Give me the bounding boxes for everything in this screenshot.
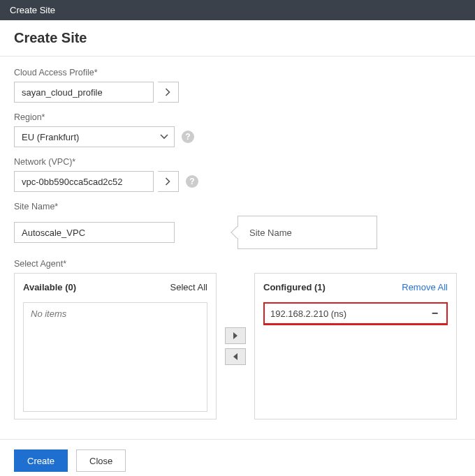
- cloud-profile-field: sayan_cloud_profile: [14, 82, 461, 103]
- no-items-text: No items: [24, 303, 207, 325]
- available-panel: Available (0) Select All No items: [14, 273, 217, 419]
- move-right-button[interactable]: [225, 327, 246, 344]
- site-name-input[interactable]: [14, 222, 175, 243]
- create-button[interactable]: Create: [14, 449, 68, 472]
- region-help-icon[interactable]: ?: [182, 131, 194, 143]
- help-glyph: ?: [185, 132, 190, 142]
- configured-panel: Configured (1) Remove All 192.168.2.210 …: [254, 273, 457, 419]
- network-field: vpc-0bb590cca5cad2c52 ?: [14, 171, 461, 192]
- site-name-label: Site Name*: [14, 202, 461, 211]
- region-label: Region*: [14, 112, 461, 122]
- configured-item[interactable]: 192.168.2.210 (ns) −: [263, 302, 448, 325]
- cloud-profile-input[interactable]: sayan_cloud_profile: [14, 82, 154, 103]
- region-field: EU (Frankfurt) ?: [14, 126, 461, 147]
- network-label: Network (VPC)*: [14, 157, 461, 167]
- remove-all-button[interactable]: Remove All: [402, 282, 448, 292]
- select-agent-label: Select Agent*: [14, 259, 461, 269]
- shuttle-controls: [225, 327, 246, 365]
- select-all-button[interactable]: Select All: [170, 282, 207, 292]
- tooltip-text: Site Name: [249, 228, 292, 238]
- close-button[interactable]: Close: [76, 449, 126, 472]
- cloud-profile-browse-button[interactable]: [158, 82, 179, 103]
- available-title: Available (0): [23, 282, 76, 292]
- page-body: Create Site Cloud Access Profile* sayan_…: [0, 20, 475, 476]
- available-header: Available (0) Select All: [23, 281, 207, 295]
- window-titlebar: Create Site: [0, 0, 475, 20]
- configured-header: Configured (1) Remove All: [263, 281, 448, 295]
- chevron-right-icon: [165, 88, 171, 96]
- divider: [0, 56, 475, 57]
- window-title: Create Site: [10, 5, 55, 15]
- configured-item-label: 192.168.2.210 (ns): [270, 308, 346, 319]
- configured-title: Configured (1): [263, 282, 326, 292]
- region-value: EU (Frankfurt): [15, 132, 154, 142]
- chevron-down-icon: [154, 134, 174, 140]
- help-glyph: ?: [189, 177, 194, 186]
- available-list[interactable]: No items: [23, 302, 207, 412]
- network-value: vpc-0bb590cca5cad2c52: [15, 177, 153, 187]
- remove-item-icon[interactable]: −: [429, 308, 441, 319]
- region-select[interactable]: EU (Frankfurt): [14, 126, 175, 147]
- network-help-icon[interactable]: ?: [186, 175, 198, 188]
- site-name-row: Site Name: [14, 216, 461, 249]
- cloud-profile-value: sayan_cloud_profile: [15, 87, 153, 98]
- configured-list[interactable]: 192.168.2.210 (ns) −: [263, 302, 448, 412]
- agent-shuttle: Available (0) Select All No items Config: [14, 273, 461, 419]
- page-title: Create Site: [14, 30, 461, 46]
- triangle-left-icon: [233, 353, 238, 360]
- cloud-profile-label: Cloud Access Profile*: [14, 68, 461, 77]
- triangle-right-icon: [233, 332, 238, 339]
- footer: Create Close: [0, 439, 475, 472]
- move-left-button[interactable]: [225, 348, 246, 365]
- site-name-tooltip: Site Name: [238, 216, 377, 249]
- network-browse-button[interactable]: [158, 171, 179, 192]
- chevron-right-icon: [165, 177, 171, 186]
- network-input[interactable]: vpc-0bb590cca5cad2c52: [14, 171, 154, 192]
